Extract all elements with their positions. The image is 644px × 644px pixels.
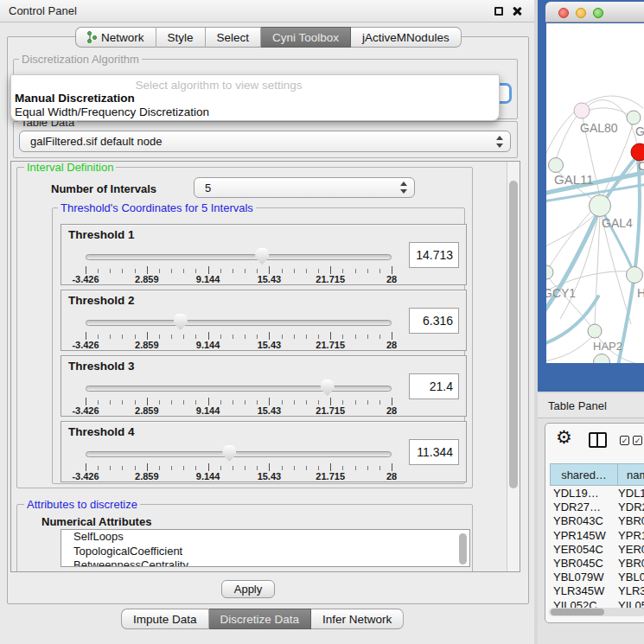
table-row[interactable]: YBR043CYBR04	[550, 514, 644, 528]
node-pink	[574, 103, 590, 118]
node-hap2	[588, 324, 602, 338]
numerical-attributes-list[interactable]: SelfLoops TopologicalCoefficient Between…	[61, 529, 470, 567]
list-item[interactable]: TopologicalCoefficient	[61, 545, 469, 559]
node-label-hap2: HAP2	[593, 340, 622, 353]
algorithm-option-manual[interactable]: Manual Discretization	[15, 92, 135, 105]
threshold-4-slider[interactable]	[86, 444, 392, 463]
numerical-attributes-label: Numerical Attributes	[41, 515, 151, 528]
node-gal4	[590, 195, 611, 217]
slider-scale: -3.4262.8599.14415.4321.71528	[86, 274, 392, 284]
gear-icon[interactable]: ⚙	[556, 427, 572, 448]
top-tab-bar: Network Style Select Cyni Toolbox jActiv…	[75, 27, 462, 48]
node-label-gal80: GAL80	[580, 121, 618, 135]
settings-scrollpane: Interval Definition Number of Intervals …	[10, 161, 520, 572]
tab-infer-network[interactable]: Infer Network	[311, 609, 404, 629]
tab-network[interactable]: Network	[75, 27, 156, 48]
list-item[interactable]: BetweennessCentrality	[61, 558, 469, 567]
column-header-shared[interactable]: shared…	[550, 463, 618, 486]
close-icon[interactable]	[512, 6, 522, 16]
table-row[interactable]: YBR045CYBR04	[550, 557, 644, 571]
table-panel-title: Table Panel	[548, 399, 607, 412]
threshold-4-value-field[interactable]: 11.344	[409, 439, 459, 465]
checkbox-icon[interactable]: ✓	[620, 436, 629, 445]
slider-thumb[interactable]	[222, 445, 236, 462]
tab-discretize-data[interactable]: Discretize Data	[209, 609, 312, 629]
algorithm-dropdown-popup: Select algorithm to view settings Manual…	[10, 74, 500, 121]
node-label-partial: GA	[635, 124, 644, 138]
slider-thumb[interactable]	[174, 314, 188, 330]
node-green	[546, 265, 553, 279]
slider-scale: -3.4262.8599.14415.4321.71528	[86, 471, 392, 481]
threshold-2-value-field[interactable]: 6.316	[409, 308, 459, 334]
table-panel-titlebar: Table Panel	[538, 393, 644, 418]
zoom-traffic-light-icon[interactable]	[593, 8, 603, 18]
vertical-scrollbar-thumb[interactable]	[509, 181, 518, 488]
attributes-group-label: Attributes to discretize	[24, 498, 140, 511]
discretization-algorithm-label: Discretization Algorithm	[19, 53, 142, 66]
control-panel: Control Panel Network Style Select Cyni …	[0, 0, 534, 644]
node-green	[627, 111, 641, 124]
network-icon	[87, 31, 97, 43]
tab-select[interactable]: Select	[206, 27, 262, 48]
column-header-name[interactable]: name	[618, 463, 644, 486]
thresholds-group-label: Threshold's Coordinates for 5 Intervals	[58, 201, 256, 214]
node-green	[594, 354, 610, 364]
table-row[interactable]: YDR27…YDR27	[550, 501, 644, 514]
node-label-gal4: GAL4	[602, 216, 633, 230]
network-canvas[interactable]: GAL80 GA C GAL11 GAL4 GCY1 H HAP2	[546, 23, 644, 363]
tab-cyni-toolbox[interactable]: Cyni Toolbox	[261, 27, 351, 48]
table-row[interactable]: YBL079WYBL07	[550, 571, 644, 584]
tab-impute-data[interactable]: Impute Data	[121, 609, 209, 629]
slider-thumb[interactable]	[255, 248, 269, 265]
number-of-intervals-label: Number of Intervals	[51, 182, 156, 195]
network-graph: GAL80 GA C GAL11 GAL4 GCY1 H HAP2	[546, 23, 644, 363]
node-label-gcy1: GCY1	[546, 286, 576, 300]
threshold-2-slider[interactable]	[86, 313, 392, 332]
interval-definition-group: Interval Definition Number of Intervals …	[16, 167, 473, 488]
slider-scale: -3.4262.8599.14415.4321.71528	[86, 340, 392, 350]
tab-jactivemnodules[interactable]: jActiveMNodules	[351, 27, 462, 48]
threshold-4-panel: Threshold 4 -3.4262.8599.14415.4321.7152…	[61, 421, 467, 482]
horizontal-scrollbar-thumb[interactable]	[551, 609, 604, 615]
threshold-3-value-field[interactable]: 21.4	[409, 373, 459, 399]
node-label-partial: H	[637, 286, 644, 300]
list-item[interactable]: SelfLoops	[61, 530, 469, 545]
network-view-window: GAL80 GA C GAL11 GAL4 GCY1 H HAP2	[538, 0, 644, 392]
stepper-icon	[400, 182, 407, 194]
close-traffic-light-icon[interactable]	[558, 8, 569, 18]
slider-thumb[interactable]	[321, 379, 335, 396]
table-row[interactable]: YDL19…YDL19	[550, 487, 644, 501]
node-green	[549, 158, 564, 173]
table-rows: YDL19…YDL19 YDR27…YDR27 YBR043CYBR04 YPR…	[550, 487, 644, 613]
tab-style[interactable]: Style	[156, 27, 206, 48]
node-green	[627, 267, 643, 284]
algorithm-combobox-focus-ring[interactable]	[498, 83, 512, 104]
checkbox-icon[interactable]: ✓	[633, 436, 642, 445]
control-panel-titlebar: Control Panel	[0, 0, 534, 22]
table-row[interactable]: YER054CYER05	[550, 543, 644, 557]
threshold-2-panel: Threshold 2 -3.4262.8599.14415.4321.7152…	[61, 290, 467, 351]
threshold-1-value-field[interactable]: 14.713	[409, 242, 459, 268]
stepper-icon	[496, 136, 503, 148]
table-header: shared… name	[550, 463, 644, 486]
minimize-traffic-light-icon[interactable]	[576, 8, 586, 18]
screen: Control Panel Network Style Select Cyni …	[0, 0, 644, 644]
node-label-partial: C	[638, 159, 644, 173]
horizontal-scrollbar[interactable]	[549, 608, 644, 616]
table-data-combobox[interactable]: galFiltered.sif default node	[19, 131, 511, 152]
table-row[interactable]: YLR345WYLR34	[550, 584, 644, 598]
attributes-group: Attributes to discretize Numerical Attri…	[16, 504, 473, 572]
algorithm-option-equal-width[interactable]: Equal Width/Frequency Discretization	[15, 105, 209, 118]
apply-button[interactable]: Apply	[221, 580, 275, 598]
algorithm-placeholder: Select algorithm to view settings	[11, 79, 426, 92]
threshold-3-slider[interactable]	[86, 379, 392, 398]
table-row[interactable]: YPR145WYPR14	[550, 529, 644, 543]
columns-icon[interactable]	[589, 432, 607, 448]
node-label-gal11: GAL11	[554, 172, 594, 187]
number-of-intervals-combobox[interactable]: 5	[194, 177, 415, 198]
float-window-icon[interactable]	[494, 7, 503, 16]
threshold-1-slider[interactable]	[86, 247, 392, 266]
list-scrollbar-thumb[interactable]	[459, 533, 467, 564]
vertical-scrollbar[interactable]	[507, 162, 520, 571]
threshold-3-panel: Threshold 3 -3.4262.8599.14415.4321.7152…	[61, 355, 467, 417]
